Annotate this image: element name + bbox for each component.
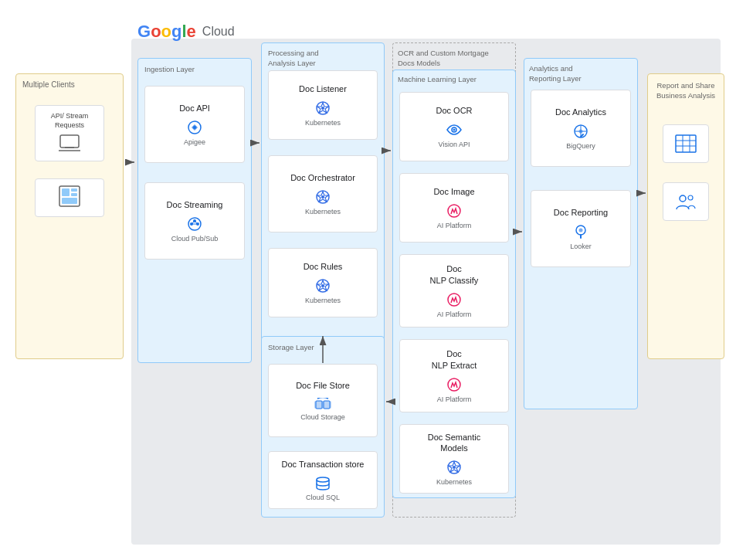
svg-rect-45 — [676, 135, 696, 152]
doc-analytics-name: Doc Analytics — [555, 107, 606, 117]
svg-point-22 — [321, 195, 324, 199]
storage-layer-label: Storage Layer — [268, 343, 314, 351]
doc-listener-card: Doc Listener Kubernetes — [268, 70, 378, 140]
ml-layer-label: Machine Learning Layer — [398, 75, 477, 83]
people-icon — [675, 192, 697, 211]
doc-api-name: Doc API — [179, 103, 210, 114]
doc-ocr-name: Doc OCR — [436, 105, 472, 116]
doc-api-card: Doc API Apigee — [144, 86, 245, 163]
table-icon — [675, 134, 697, 153]
doc-nlp-extract-service: AI Platform — [437, 395, 472, 403]
svg-point-37 — [453, 466, 456, 469]
svg-point-9 — [193, 126, 196, 129]
doc-image-card: Doc Image AI Platform — [399, 173, 509, 243]
doc-image-name: Doc Image — [433, 186, 474, 197]
svg-rect-4 — [62, 188, 70, 196]
doc-api-service: Apigee — [184, 138, 205, 146]
report-box: Report and ShareBusiness Analysis — [647, 73, 724, 359]
svg-rect-0 — [60, 135, 79, 148]
cloud-storage-icon — [314, 398, 331, 410]
doc-nlp-classify-service: AI Platform — [437, 311, 472, 318]
kubernetes-icon-2 — [315, 189, 331, 205]
doc-listener-name: Doc Listener — [299, 83, 347, 94]
looker-icon — [573, 224, 588, 239]
pubsub-icon — [187, 216, 202, 232]
svg-rect-5 — [71, 188, 77, 192]
doc-rules-name: Doc Rules — [304, 261, 343, 272]
processing-layer-label: Processing andAnalysis Layer — [268, 48, 318, 69]
svg-point-43 — [579, 229, 583, 232]
ingestion-layer-label: Ingestion Layer — [144, 65, 195, 73]
doc-analytics-service: BigQuery — [566, 142, 595, 150]
ml-layer: Machine Learning Layer Doc OCR Vision AP… — [392, 70, 516, 498]
vision-api-icon — [446, 122, 462, 137]
apigee-icon — [187, 120, 202, 135]
doc-file-store-card: Doc File Store Cloud Storage — [268, 364, 378, 437]
svg-point-51 — [688, 195, 693, 200]
storage-layer: Storage Layer Doc File Store Cloud Stora… — [261, 336, 385, 518]
kubernetes-icon-3 — [315, 278, 331, 294]
doc-file-store-name: Doc File Store — [296, 380, 350, 391]
doc-nlp-classify-name: DocNLP Classify — [430, 263, 479, 286]
doc-nlp-extract-name: DocNLP Extract — [432, 348, 477, 371]
multiple-clients-box: Multiple Clients API/ StreamRequests — [15, 73, 124, 359]
doc-reporting-name: Doc Reporting — [554, 207, 608, 218]
doc-streaming-card: Doc Streaming Cloud Pub/Sub — [144, 182, 245, 260]
analytics-layer: Analytics andReporting Layer Doc Analyti… — [524, 58, 638, 409]
svg-point-31 — [453, 129, 456, 131]
doc-rules-card: Doc Rules Kubernetes — [268, 248, 378, 317]
doc-orchestrator-service: Kubernetes — [305, 208, 341, 216]
doc-transaction-card: Doc Transaction store Cloud SQL — [268, 451, 378, 509]
doc-semantic-name: Doc SemanticModels — [428, 432, 480, 454]
ocr-layer-label: OCR and Custom MortgageDocs Models — [398, 48, 489, 69]
doc-file-store-service: Cloud Storage — [300, 413, 345, 421]
svg-rect-6 — [71, 193, 77, 196]
ai-platform-icon-2 — [446, 292, 462, 307]
doc-rules-service: Kubernetes — [305, 297, 341, 304]
doc-streaming-name: Doc Streaming — [167, 199, 223, 210]
main-container: Google Cloud Multiple Clients API/ Strea… — [0, 0, 736, 560]
multiple-clients-label: Multiple Clients — [22, 80, 75, 89]
cloud-sql-icon — [315, 477, 331, 490]
device1-label: API/ StreamRequests — [42, 112, 97, 130]
svg-point-50 — [680, 195, 686, 202]
doc-reporting-card: Doc Reporting Looker — [531, 190, 631, 267]
doc-nlp-extract-card: DocNLP Extract AI Platform — [399, 339, 509, 412]
svg-point-41 — [579, 130, 583, 134]
kubernetes-icon-1 — [315, 100, 331, 116]
ai-platform-icon-1 — [446, 203, 462, 219]
svg-line-15 — [195, 221, 198, 224]
svg-point-25 — [321, 284, 324, 287]
kubernetes-icon-4 — [446, 460, 462, 475]
svg-point-29 — [317, 477, 329, 482]
bigquery-icon — [573, 124, 588, 139]
doc-ocr-card: Doc OCR Vision API — [399, 92, 509, 161]
processing-layer: Processing andAnalysis Layer Doc Listene… — [261, 42, 385, 363]
doc-transaction-name: Doc Transaction store — [282, 459, 365, 470]
dashboard-icon — [59, 185, 80, 207]
svg-rect-26 — [314, 401, 331, 409]
doc-semantic-card: Doc SemanticModels Kubernetes — [399, 424, 509, 494]
doc-streaming-service: Cloud Pub/Sub — [171, 235, 219, 243]
google-cloud-logo: Google Cloud — [137, 22, 235, 42]
doc-orchestrator-name: Doc Orchestrator — [290, 172, 355, 183]
table-icon-card — [663, 124, 709, 163]
ingestion-layer: Ingestion Layer Doc API Apigee Doc Strea… — [137, 58, 252, 363]
ai-platform-icon-3 — [446, 377, 462, 392]
doc-ocr-service: Vision API — [439, 141, 470, 148]
analytics-layer-label: Analytics andReporting Layer — [529, 63, 582, 84]
doc-analytics-card: Doc Analytics BigQuery — [531, 90, 631, 167]
svg-line-14 — [192, 221, 195, 224]
laptop-icon — [59, 134, 80, 151]
doc-reporting-service: Looker — [570, 243, 592, 250]
svg-rect-7 — [62, 198, 77, 204]
report-box-label: Report and ShareBusiness Analysis — [653, 80, 719, 101]
doc-listener-service: Kubernetes — [305, 119, 341, 127]
svg-point-19 — [321, 107, 324, 110]
doc-orchestrator-card: Doc Orchestrator Kubernetes — [268, 155, 378, 232]
doc-image-service: AI Platform — [437, 222, 472, 229]
doc-nlp-classify-card: DocNLP Classify AI Platform — [399, 254, 509, 328]
doc-semantic-service: Kubernetes — [436, 478, 472, 486]
doc-transaction-service: Cloud SQL — [306, 494, 340, 501]
people-icon-card — [663, 182, 709, 221]
